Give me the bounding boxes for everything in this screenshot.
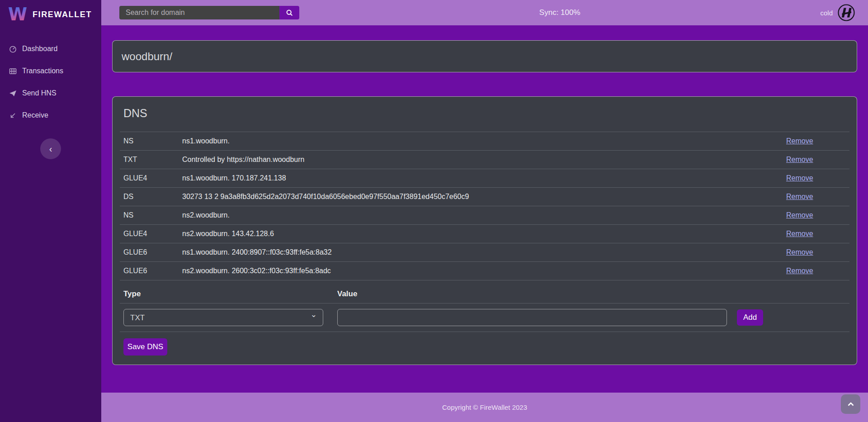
sidebar-item-send-hns[interactable]: Send HNS [0, 82, 101, 104]
copyright-text: Copyright © FireWallet 2023 [442, 403, 527, 411]
dns-record-row: GLUE4 ns1.woodburn. 170.187.241.138 Remo… [120, 169, 849, 187]
sync-status: Sync: 100% [539, 8, 580, 17]
domain-title-card: woodburn/ [112, 40, 857, 72]
dns-records-table: NS ns1.woodburn. Remove TXT Controlled b… [120, 132, 849, 280]
sidebar-collapse-button[interactable]: ‹ [40, 138, 61, 159]
remove-record-link[interactable]: Remove [783, 137, 813, 145]
dns-record-value: ns1.woodburn. [182, 137, 783, 145]
main-column: Sync: 100% cold woodburn/ DNS [101, 0, 868, 422]
save-dns-button[interactable]: Save DNS [123, 338, 167, 356]
record-type-select[interactable]: TXT [123, 309, 323, 326]
search-button[interactable] [279, 6, 299, 19]
wallet-mode-label: cold [820, 9, 833, 17]
add-record-row: TXT Add [120, 303, 849, 332]
dns-record-type: NS [123, 211, 182, 219]
topbar: Sync: 100% cold [101, 0, 868, 25]
remove-record-link[interactable]: Remove [783, 193, 813, 201]
search-icon [286, 9, 293, 16]
dns-record-value: ns1.woodburn. 2400:8907::f03c:93ff:fe5a:… [182, 248, 783, 256]
firewallet-logo-icon: W [8, 5, 27, 24]
footer: Copyright © FireWallet 2023 [101, 393, 868, 422]
dns-record-type: GLUE4 [123, 230, 182, 238]
dns-record-row: GLUE6 ns2.woodburn. 2600:3c02::f03c:93ff… [120, 261, 849, 280]
sidebar-nav: Dashboard Transactions Send HNS [0, 38, 101, 127]
remove-record-link[interactable]: Remove [783, 211, 813, 219]
sidebar: W FIREWALLET Dashboard [0, 0, 101, 422]
send-plane-icon [9, 90, 17, 97]
dns-record-value: ns1.woodburn. 170.187.241.138 [182, 174, 783, 182]
remove-record-link[interactable]: Remove [783, 230, 813, 238]
type-column-header: Type [123, 289, 337, 299]
dns-record-type: NS [123, 137, 182, 145]
dns-record-type: GLUE4 [123, 174, 182, 182]
wallet-mode-group: cold [820, 4, 855, 22]
dns-record-value: ns2.woodburn. [182, 211, 783, 219]
content-area: woodburn/ DNS NS ns1.woodburn. Remove TX… [101, 25, 868, 393]
dns-card-title: DNS [120, 104, 849, 132]
sidebar-item-transactions[interactable]: Transactions [0, 60, 101, 82]
handshake-logo-icon[interactable] [837, 4, 855, 22]
dns-card: DNS NS ns1.woodburn. Remove TXT Controll… [112, 96, 857, 365]
dns-record-type: GLUE6 [123, 248, 182, 256]
add-record-headers: Type Value [120, 289, 849, 303]
svg-text:W: W [8, 5, 27, 24]
dns-record-type: TXT [123, 156, 182, 164]
sidebar-item-label: Dashboard [22, 45, 57, 53]
sidebar-item-label: Receive [22, 111, 48, 119]
value-column-header: Value [337, 289, 846, 299]
sidebar-item-dashboard[interactable]: Dashboard [0, 38, 101, 60]
record-value-input[interactable] [337, 309, 727, 326]
dns-record-row: TXT Controlled by https://nathan.woodbur… [120, 150, 849, 169]
brand[interactable]: W FIREWALLET [0, 0, 101, 31]
scroll-to-top-button[interactable] [841, 394, 860, 414]
dns-record-row: NS ns1.woodburn. Remove [120, 132, 849, 150]
sidebar-item-receive[interactable]: Receive [0, 104, 101, 126]
sidebar-item-label: Transactions [22, 67, 63, 75]
dns-record-type: GLUE6 [123, 267, 182, 275]
remove-record-link[interactable]: Remove [783, 156, 813, 164]
arrow-down-left-icon [9, 112, 17, 119]
remove-record-link[interactable]: Remove [783, 174, 813, 182]
add-record-button[interactable]: Add [737, 309, 763, 326]
table-icon [9, 67, 17, 75]
dns-record-row: GLUE4 ns2.woodburn. 143.42.128.6 Remove [120, 224, 849, 243]
dns-record-row: GLUE6 ns1.woodburn. 2400:8907::f03c:93ff… [120, 243, 849, 261]
chevron-up-icon [848, 402, 854, 406]
remove-record-link[interactable]: Remove [783, 248, 813, 256]
chevron-left-icon: ‹ [49, 144, 52, 153]
dns-record-row: NS ns2.woodburn. Remove [120, 206, 849, 224]
remove-record-link[interactable]: Remove [783, 267, 813, 275]
search-input[interactable] [119, 6, 279, 19]
dns-record-value: 30273 13 2 9a3a8fb3d625d2a2073d740f10da6… [182, 193, 783, 201]
dns-record-row: DS 30273 13 2 9a3a8fb3d625d2a2073d740f10… [120, 187, 849, 206]
dns-record-type: DS [123, 193, 182, 201]
record-type-select-wrap: TXT [123, 309, 323, 326]
dashboard-gauge-icon [9, 45, 17, 53]
sidebar-item-label: Send HNS [22, 89, 57, 97]
domain-name: woodburn/ [122, 50, 172, 63]
dns-record-value: ns2.woodburn. 2600:3c02::f03c:93ff:fe5a:… [182, 267, 783, 275]
brand-name: FIREWALLET [33, 10, 92, 19]
dns-record-value: ns2.woodburn. 143.42.128.6 [182, 230, 783, 238]
domain-search [119, 6, 299, 19]
dns-record-value: Controlled by https://nathan.woodburn [182, 156, 783, 164]
